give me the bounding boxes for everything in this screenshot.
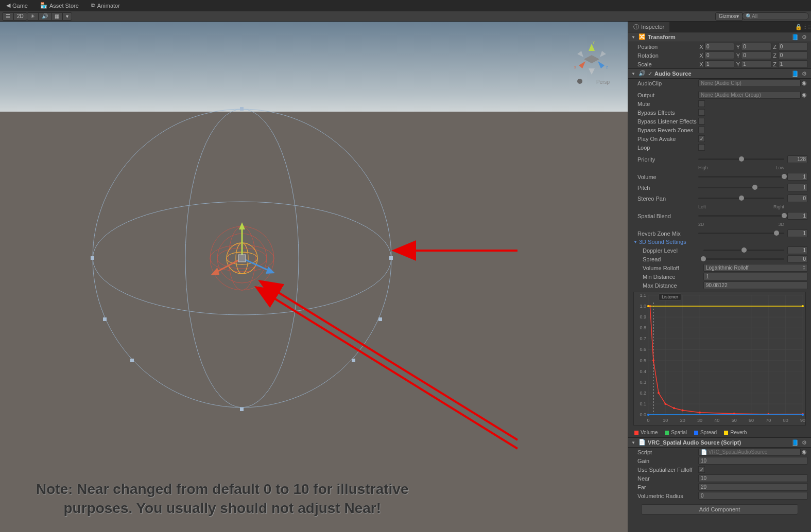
audio-toggle[interactable]: 🔊: [38, 12, 51, 21]
tab-game[interactable]: ◀Game: [0, 1, 34, 10]
lock-icon[interactable]: 🔒: [795, 24, 802, 30]
view-gizmo-lock[interactable]: [577, 79, 582, 84]
add-component-button[interactable]: Add Component: [641, 504, 798, 515]
svg-point-100: [647, 305, 649, 307]
object-picker-icon[interactable]: ◉: [801, 80, 808, 86]
camera-toggle[interactable]: ▾: [62, 12, 72, 21]
audio-source-icon: 🔊: [639, 70, 646, 77]
volume-value[interactable]: 1: [787, 173, 808, 181]
pitch-value[interactable]: 1: [787, 184, 808, 191]
volume-rolloff-dropdown[interactable]: Logarithmic Rolloff‡: [703, 264, 808, 272]
gear-icon[interactable]: ⚙: [801, 439, 808, 446]
spatial-blend-slider[interactable]: [698, 215, 784, 217]
svg-point-101: [802, 305, 804, 307]
svg-point-92: [699, 412, 701, 414]
gizmos-button[interactable]: Gizmos ▾: [715, 12, 743, 21]
audio-source-header[interactable]: ▼ 🔊 ✓ Audio Source 📘 ⚙: [628, 68, 811, 79]
object-picker-icon[interactable]: ◉: [801, 449, 808, 455]
rotation-z-input[interactable]: 0: [778, 51, 808, 59]
reverb-mix-slider[interactable]: [698, 233, 784, 234]
stereo-pan-value[interactable]: 0: [787, 194, 808, 202]
scene-view[interactable]: y z x Persp Note: Near changed from defa…: [0, 22, 628, 532]
position-y-input[interactable]: 0: [741, 43, 771, 50]
svg-point-87: [652, 360, 654, 362]
audio-source-enabled-checkbox[interactable]: ✓: [648, 70, 652, 77]
svg-text:0.8: 0.8: [640, 325, 646, 330]
3d-sound-settings-header[interactable]: 3D Sound Settings: [628, 238, 811, 246]
max-distance-input[interactable]: 90.08122: [703, 281, 808, 289]
far-input[interactable]: 20: [698, 483, 808, 491]
near-input[interactable]: 10: [698, 474, 808, 482]
rotation-y-input[interactable]: 0: [741, 51, 771, 59]
audio-clip-field[interactable]: None (Audio Clip): [698, 79, 801, 87]
scene-search[interactable]: 🔍All: [742, 12, 809, 20]
scale-x-input[interactable]: 1: [704, 60, 734, 68]
object-picker-icon[interactable]: ◉: [801, 92, 808, 98]
svg-text:0.9: 0.9: [640, 314, 646, 320]
svg-marker-32: [600, 51, 606, 57]
min-distance-input[interactable]: 1: [703, 273, 808, 280]
scale-y-input[interactable]: 1: [741, 60, 771, 68]
game-icon: ◀: [6, 2, 10, 9]
lighting-toggle[interactable]: ☀: [27, 12, 39, 21]
svg-point-99: [802, 414, 804, 416]
chart-legend: Volume Spatial Spread Reverb: [628, 428, 811, 437]
help-icon[interactable]: 📘: [791, 70, 799, 77]
fx-toggle[interactable]: ▦: [51, 12, 63, 21]
mute-checkbox[interactable]: [698, 100, 705, 107]
reverb-mix-value[interactable]: 1: [787, 229, 808, 237]
svg-text:0.3: 0.3: [640, 380, 646, 385]
rotation-x-input[interactable]: 0: [704, 51, 734, 59]
panel-menu-icon[interactable]: ⋮≡: [802, 24, 811, 30]
info-icon: ⓘ: [633, 23, 639, 31]
tab-animator[interactable]: ⧉Animator: [85, 1, 126, 10]
svg-text:0.5: 0.5: [640, 358, 646, 363]
position-z-input[interactable]: 0: [778, 43, 808, 50]
spread-slider[interactable]: [703, 258, 784, 260]
shading-mode-button[interactable]: ☰: [2, 12, 14, 21]
spatial-blend-value[interactable]: 1: [787, 212, 808, 220]
bypass-listener-checkbox[interactable]: [698, 118, 705, 125]
pitch-slider[interactable]: [698, 187, 784, 188]
svg-text:50: 50: [732, 418, 737, 423]
loop-checkbox[interactable]: [698, 144, 705, 151]
transform-header[interactable]: ▼ 🔀 Transform 📘 ⚙: [628, 32, 811, 42]
projection-label[interactable]: Persp: [596, 79, 610, 85]
svg-text:0.6: 0.6: [640, 347, 646, 352]
doppler-value[interactable]: 1: [787, 246, 808, 254]
view-gizmo[interactable]: y z x: [571, 40, 612, 81]
use-falloff-checkbox[interactable]: ✓: [698, 466, 705, 473]
position-x-input[interactable]: 0: [704, 43, 734, 50]
rotation-row: Rotation X0 Y0 Z0: [628, 51, 811, 60]
play-on-awake-checkbox[interactable]: ✓: [698, 135, 705, 142]
bypass-reverb-checkbox[interactable]: [698, 127, 705, 133]
svg-text:70: 70: [766, 418, 771, 423]
svg-point-89: [664, 403, 666, 405]
gear-icon[interactable]: ⚙: [801, 70, 808, 77]
search-icon: 🔍: [746, 13, 752, 19]
tab-inspector[interactable]: ⓘInspector: [628, 22, 669, 32]
help-icon[interactable]: 📘: [791, 34, 799, 41]
gear-icon[interactable]: ⚙: [801, 34, 808, 41]
svg-text:0.2: 0.2: [640, 391, 646, 396]
mode-2d-button[interactable]: 2D: [13, 12, 27, 21]
stereo-pan-slider[interactable]: [698, 198, 784, 199]
rolloff-curve-graph[interactable]: Listener 01020304050607080900.00.10.20.3…: [633, 292, 806, 425]
priority-slider[interactable]: [698, 158, 784, 160]
help-icon[interactable]: 📘: [791, 439, 799, 446]
scale-z-input[interactable]: 1: [778, 60, 808, 68]
volumetric-radius-input[interactable]: 0: [698, 492, 808, 500]
tab-asset-store[interactable]: 🏪Asset Store: [34, 1, 85, 10]
priority-value[interactable]: 128: [787, 155, 808, 163]
svg-text:90: 90: [800, 418, 805, 423]
gain-input[interactable]: 10: [698, 457, 808, 465]
svg-text:30: 30: [697, 418, 702, 423]
spread-value[interactable]: 0: [787, 255, 808, 263]
output-field[interactable]: None (Audio Mixer Group): [698, 91, 801, 99]
chevron-down-icon: ▼: [631, 440, 636, 445]
volume-slider[interactable]: [698, 176, 784, 178]
vrc-spatial-header[interactable]: ▼ 📄 VRC_Spatial Audio Source (Script) 📘 …: [628, 437, 811, 448]
bypass-effects-checkbox[interactable]: [698, 109, 705, 116]
svg-text:y: y: [593, 40, 595, 44]
doppler-slider[interactable]: [703, 250, 784, 251]
